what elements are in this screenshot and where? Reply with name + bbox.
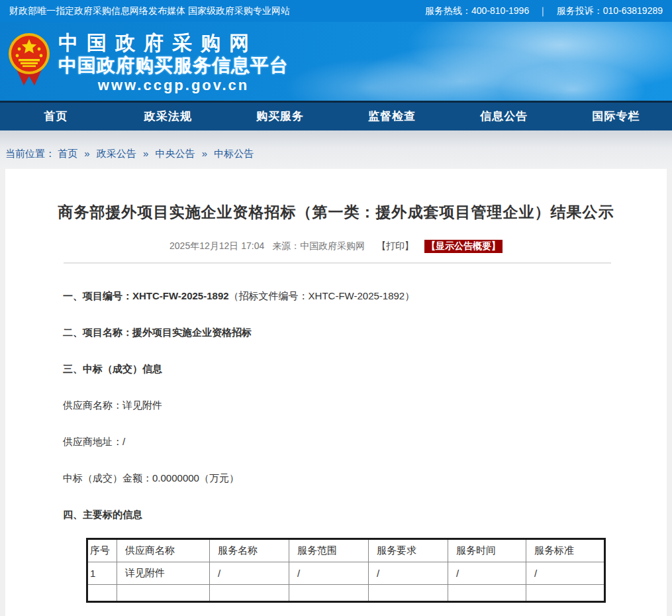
table-cell [526,585,605,602]
site-slogan: 财政部唯一指定政府采购信息网络发布媒体 国家级政府采购专业网站 [9,5,290,17]
table-cell [87,585,117,602]
article-body: 一、项目编号：XHTC-FW-2025-1892（招标文件编号：XHTC-FW-… [5,289,667,603]
masthead: 中国政府采购网 中国政府购买服务信息平台 www.ccgp.gov.cn [0,22,672,101]
nav-item-purchase[interactable]: 购买服务 [224,103,336,130]
nav-item-international[interactable]: 国际专栏 [560,103,672,130]
table-cell: / [210,562,289,585]
breadcrumb-procurement-notices[interactable]: 政采公告 [97,148,136,159]
platform-name: 中国政府购买服务信息平台 [58,55,289,76]
table-header-cell: 服务范围 [289,539,369,562]
table-body: 1详见附件///// [87,562,605,602]
section-project-number: 一、项目编号：XHTC-FW-2025-1892（招标文件编号：XHTC-FW-… [63,289,607,303]
site-logo[interactable]: 中国政府采购网 中国政府购买服务信息平台 www.ccgp.gov.cn [8,31,289,94]
table-cell: 详见附件 [117,562,210,585]
article-meta: 2025年12月12日 17:04 来源：中国政府采购网 【打印】 【显示公告概… [5,240,667,253]
table-header-cell: 服务要求 [369,539,448,562]
table-cell [448,585,526,602]
breadcrumb-home[interactable]: 首页 [58,148,77,159]
table-cell [369,585,448,602]
service-complaint: 服务投诉：010-63819289 [557,5,663,16]
award-amount-line: 中标（成交）金额：0.0000000（万元） [63,471,607,486]
national-emblem-icon [8,31,50,91]
section-award-info: 三、中标（成交）信息 [63,362,607,376]
primary-nav: 首页 政采法规 购买服务 监督检查 信息公告 国际专栏 [0,101,672,130]
subheader-strip: 当前位置： 首页 » 政采公告 » 中央公告 » 中标公告 [0,130,672,169]
breadcrumb-separator: » [84,148,89,159]
table-cell: / [526,562,605,585]
table-header-cell: 序号 [87,539,117,562]
breadcrumb-central-notices[interactable]: 中央公告 [156,148,195,159]
breadcrumb-award-notices[interactable]: 中标公告 [214,148,254,159]
table-row [87,585,605,602]
service-hotline: 服务热线：400-810-1996 [425,5,529,16]
results-table: 序号供应商名称服务名称服务范围服务要求服务时间服务标准 1详见附件///// [86,538,606,603]
site-name: 中国政府采购网 [58,31,289,55]
table-header-cell: 服务名称 [210,539,289,562]
table-header-cell: 服务时间 [448,539,526,562]
section-project-name: 二、项目名称：援外项目实施企业资格招标 [63,325,607,340]
meta-divider [64,262,611,264]
table-cell: / [448,562,526,585]
table-cell: / [369,562,448,585]
table-cell: / [289,562,369,585]
breadcrumb-label: 当前位置： [5,148,55,159]
article-source: 来源：中国政府采购网 [272,240,365,251]
page-title: 商务部援外项目实施企业资格招标（第一类：援外成套项目管理企业）结果公示 [5,169,667,223]
breadcrumb-separator: » [202,148,207,159]
show-summary-toggle[interactable]: 【显示公告概要】 [424,240,503,253]
table-cell: 1 [87,562,117,585]
site-url: www.ccgp.gov.cn [58,76,289,94]
contact-separator: ｜ [538,5,548,16]
table-row: 1详见附件///// [87,562,605,585]
top-utility-bar: 财政部唯一指定政府采购信息网络发布媒体 国家级政府采购专业网站 服务热线：400… [0,0,672,22]
logo-text-block: 中国政府采购网 中国政府购买服务信息平台 www.ccgp.gov.cn [58,31,289,94]
table-header-row: 序号供应商名称服务名称服务范围服务要求服务时间服务标准 [87,539,605,562]
table-header-cell: 供应商名称 [117,539,210,562]
nav-item-home[interactable]: 首页 [0,103,112,130]
nav-item-supervision[interactable]: 监督检查 [336,103,448,130]
table-cell [289,585,369,602]
print-button[interactable]: 【打印】 [377,240,414,251]
breadcrumb: 当前位置： 首页 » 政采公告 » 中央公告 » 中标公告 [0,148,672,160]
nav-item-announcements[interactable]: 信息公告 [448,103,560,130]
publish-date: 2025年12月12日 17:04 [169,240,264,251]
nav-item-regulations[interactable]: 政采法规 [112,103,224,130]
service-contacts: 服务热线：400-810-1996 ｜ 服务投诉：010-63819289 [418,5,663,17]
table-cell [210,585,289,602]
article-card: 商务部援外项目实施企业资格招标（第一类：援外成套项目管理企业）结果公示 2025… [5,169,667,616]
section-main-subject-info: 四、主要标的信息 [63,507,607,522]
supplier-name-line: 供应商名称：详见附件 [63,398,607,413]
breadcrumb-separator: » [143,148,148,159]
table-cell [117,585,210,602]
table-header-cell: 服务标准 [526,539,605,562]
supplier-address-line: 供应商地址：/ [63,435,607,449]
